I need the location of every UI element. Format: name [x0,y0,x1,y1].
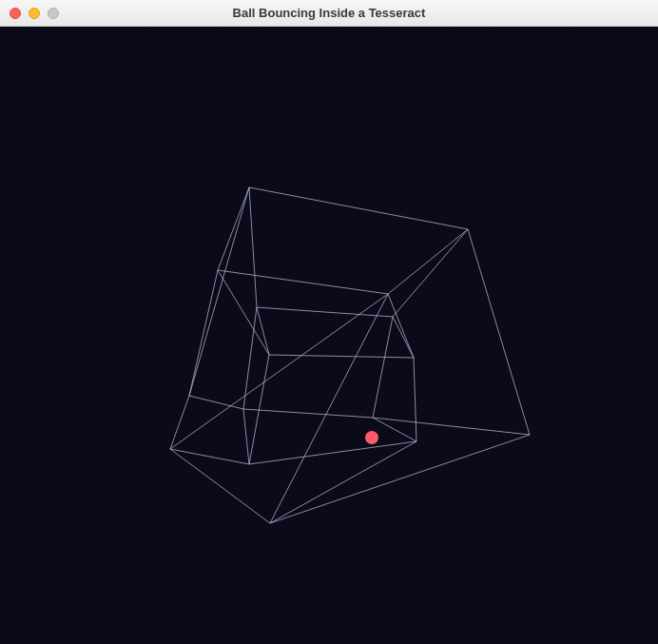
svg-line-20 [243,307,257,409]
svg-line-5 [189,187,249,396]
svg-line-1 [468,229,530,435]
svg-line-4 [170,396,189,449]
svg-line-15 [257,307,269,355]
svg-line-24 [249,187,257,307]
svg-line-30 [270,441,416,523]
window-controls [0,8,59,19]
maximize-icon[interactable] [48,8,59,19]
svg-line-17 [373,418,416,441]
bouncing-ball [365,431,378,444]
svg-line-16 [243,409,373,418]
app-window: Ball Bouncing Inside a Tesseract [0,0,658,644]
svg-line-22 [414,358,416,441]
svg-line-12 [257,307,393,317]
render-canvas[interactable] [0,27,658,644]
svg-line-6 [218,187,249,270]
window-title: Ball Bouncing Inside a Tesseract [0,6,658,20]
svg-line-9 [189,270,218,396]
svg-line-27 [218,270,269,355]
svg-line-7 [218,270,388,294]
svg-line-29 [170,449,249,464]
svg-line-8 [388,229,468,294]
tesseract-wireframe [170,187,530,523]
svg-line-14 [269,355,414,358]
close-icon[interactable] [10,8,21,19]
svg-line-10 [170,294,388,449]
svg-line-18 [249,441,416,464]
minimize-icon[interactable] [29,8,40,19]
scene-svg [0,27,658,644]
svg-line-25 [393,229,468,317]
svg-line-31 [373,418,530,435]
svg-line-13 [393,317,414,358]
titlebar[interactable]: Ball Bouncing Inside a Tesseract [0,0,658,27]
svg-line-0 [249,187,468,229]
svg-line-26 [388,294,414,358]
svg-line-3 [170,449,270,523]
svg-line-21 [373,317,393,418]
svg-line-19 [243,409,249,464]
